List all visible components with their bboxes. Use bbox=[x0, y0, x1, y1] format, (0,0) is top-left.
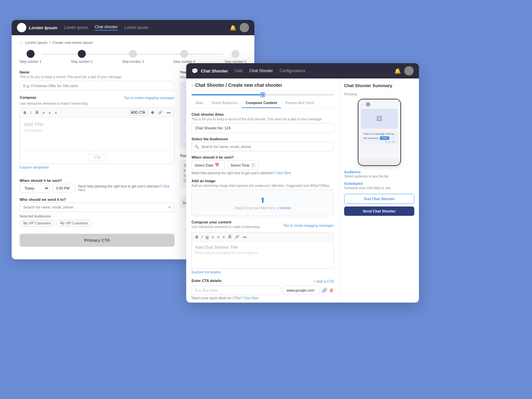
back-nav-link-3[interactable]: Loreim Ipsum bbox=[124, 25, 149, 30]
cta-click-here[interactable]: Click Here bbox=[243, 296, 259, 300]
phone-back-icon: ← bbox=[361, 103, 364, 106]
front-bell-icon[interactable]: 🔔 bbox=[394, 68, 401, 74]
test-chat-shooter-button[interactable]: Test Chat Shooter bbox=[344, 194, 414, 204]
tab-review-send[interactable]: Review And Send bbox=[281, 98, 318, 108]
list-btn[interactable]: ☰ bbox=[34, 110, 40, 115]
ff-list-btn[interactable]: ☰ bbox=[227, 234, 232, 240]
tab-select-audience[interactable]: Select Audience bbox=[207, 98, 242, 108]
phone-time: 11:11 AM bbox=[363, 141, 395, 143]
audience-info-value: Select audience to see the list bbox=[344, 175, 414, 178]
front-nav-lists[interactable]: Lists bbox=[235, 68, 243, 73]
plus-btn[interactable]: ⊕ bbox=[150, 110, 155, 115]
step-4-circle bbox=[180, 50, 188, 58]
image-drop-text: Drag & Drop your files here, or browse bbox=[234, 206, 291, 210]
align-right-btn[interactable]: ≡ bbox=[54, 110, 58, 115]
ff-when-section: When should it be sent? Select Date 📅 Se… bbox=[192, 155, 334, 175]
front-avatar[interactable] bbox=[404, 66, 414, 75]
ff-compose-label: Compose your content Use interactive ele… bbox=[192, 220, 260, 231]
cta-text-input[interactable] bbox=[192, 286, 281, 295]
primary-cta-button[interactable]: Primary CTA bbox=[20, 234, 175, 247]
cta-delete-btn[interactable]: 🗑 bbox=[329, 288, 334, 293]
front-nav-chat-shooter[interactable]: Chat Shooter bbox=[249, 68, 273, 73]
bold-btn[interactable]: B bbox=[23, 110, 27, 115]
ff-cta-section: Enter CTA details + Add a CTA 🔗 🗑 Need s… bbox=[192, 279, 334, 300]
audience-info-label: Audience bbox=[344, 170, 414, 174]
dropdown-arrow-icon: ▼ bbox=[168, 205, 171, 209]
ff-link-btn[interactable]: 🔗 bbox=[234, 234, 240, 240]
breadcrumb-back-arrow[interactable]: ← bbox=[20, 41, 23, 45]
step-4[interactable]: Step number 4 bbox=[173, 50, 195, 64]
breadcrumb-arrow-icon[interactable]: ‹ bbox=[192, 82, 193, 88]
image-drop-area[interactable]: ⬆ Drag & Drop your files here, or browse bbox=[192, 190, 334, 216]
audience-search-input[interactable] bbox=[20, 202, 175, 212]
step-3-label: Step number 3 bbox=[122, 60, 144, 64]
step-3-circle bbox=[129, 50, 137, 58]
browse-link[interactable]: browse bbox=[280, 206, 291, 210]
name-label: Name bbox=[20, 70, 175, 74]
italic-btn[interactable]: I bbox=[29, 110, 32, 115]
bell-icon[interactable]: 🔔 bbox=[230, 25, 236, 31]
step-1[interactable]: Step number 1 bbox=[20, 50, 42, 64]
ff-bold-btn[interactable]: B bbox=[195, 234, 199, 240]
ff-italic-btn[interactable]: I bbox=[200, 234, 203, 240]
cta-link-icon-btn[interactable]: 🔗 bbox=[322, 288, 327, 293]
ff-align-center-btn[interactable]: ≡ bbox=[216, 234, 220, 240]
tab-compose-content[interactable]: Compose Content bbox=[242, 98, 281, 108]
more-btn[interactable]: ••• bbox=[166, 110, 172, 115]
ff-when-label: When should it be sent? bbox=[192, 155, 334, 159]
breadcrumb-home[interactable]: Loreim Ipsum bbox=[25, 41, 48, 45]
name-sublabel: This is for you to keep a record. This w… bbox=[20, 75, 175, 79]
tab-alias[interactable]: Alias bbox=[192, 98, 207, 108]
send-help: Need help planning the right time to get… bbox=[78, 185, 175, 192]
ff-explore-link[interactable]: Explore templates bbox=[192, 270, 221, 274]
time-input[interactable] bbox=[52, 184, 75, 193]
ff-underline-btn[interactable]: U bbox=[205, 234, 209, 240]
ff-align-left-btn[interactable]: ≡ bbox=[211, 234, 215, 240]
ff-send-row: Select Date 📅 Select Time 🕐 bbox=[192, 160, 334, 170]
ff-tips-link[interactable]: Tips to create engaging messages bbox=[283, 224, 334, 227]
ff-more-btn[interactable]: ••• bbox=[242, 234, 248, 240]
cta-url-input[interactable] bbox=[283, 286, 320, 295]
progress-dot bbox=[261, 93, 265, 97]
step-5[interactable]: Step number 5 bbox=[224, 50, 246, 64]
ff-time-label: Select Time bbox=[230, 163, 249, 167]
sidebar-preview-label: Preview bbox=[344, 92, 414, 96]
name-input[interactable] bbox=[20, 81, 175, 91]
add-cta-button[interactable]: ADD CTA bbox=[128, 110, 148, 115]
who-label: Who should we send it to? bbox=[20, 198, 175, 201]
front-breadcrumb: ‹ Chat Shooter / Create new chat shooter bbox=[186, 78, 339, 91]
link-btn[interactable]: 🔗 bbox=[157, 110, 164, 115]
explore-link[interactable]: Explore templates bbox=[20, 165, 49, 169]
audience-tag-2[interactable]: My VIP Customers bbox=[57, 220, 91, 226]
tips-link[interactable]: Tips to create engaging messages bbox=[124, 96, 175, 100]
back-nav-link-2[interactable]: Chat shooter bbox=[95, 25, 118, 31]
align-center-btn[interactable]: ≡ bbox=[48, 110, 52, 115]
send-chat-shooter-button[interactable]: Send Chat Shooter bbox=[344, 206, 414, 216]
ff-date-select[interactable]: Select Date 📅 bbox=[192, 160, 225, 170]
step-2[interactable]: Step number 2 bbox=[71, 50, 93, 64]
compose-label: Compose bbox=[20, 95, 36, 99]
breadcrumb-separator: / bbox=[50, 41, 51, 45]
back-avatar[interactable] bbox=[240, 23, 249, 32]
compose-sublabel: Use interactive elements to make it inte… bbox=[20, 102, 175, 105]
compose-body[interactable]: Add Title Description bbox=[20, 118, 174, 151]
back-nav-link-1[interactable]: Loreim Ipsum bbox=[64, 25, 88, 30]
compose-section-header: Compose your content Use interactive ele… bbox=[192, 220, 334, 231]
audience-tag-1[interactable]: My VIP Customers bbox=[20, 220, 55, 226]
front-form: Chat shooter Alias This is for you to ke… bbox=[186, 108, 339, 303]
ff-click-here[interactable]: Click Here bbox=[276, 171, 291, 175]
ff-align-right-btn[interactable]: ≡ bbox=[222, 234, 226, 240]
date-select[interactable]: Today bbox=[20, 184, 50, 193]
step-3[interactable]: Step number 3 bbox=[122, 50, 144, 64]
add-cta-link[interactable]: + Add a CTA bbox=[313, 279, 334, 283]
alias-input[interactable] bbox=[192, 123, 334, 133]
cta-label: Enter CTA details bbox=[192, 279, 221, 283]
ff-audience-search-input[interactable] bbox=[192, 142, 334, 151]
align-left-btn[interactable]: ≡ bbox=[42, 110, 46, 115]
ff-time-select[interactable]: Select Time 🕐 bbox=[227, 160, 258, 170]
front-nav-configs[interactable]: Configurations bbox=[280, 68, 305, 73]
compose-cta-placeholder[interactable]: CTA bbox=[88, 154, 106, 161]
ff-compose-body[interactable]: Add Chat Shooter Title Write a short des… bbox=[192, 242, 333, 268]
step-5-label: Step number 5 bbox=[224, 60, 246, 64]
compose-section: Compose Tips to create engaging messages… bbox=[20, 95, 175, 174]
